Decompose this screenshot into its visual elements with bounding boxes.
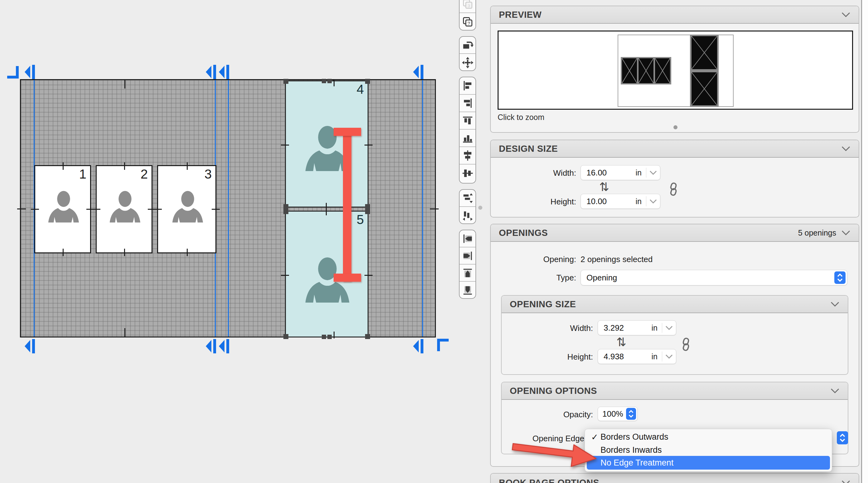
opening-selection-value: 2 openings selected: [581, 255, 653, 264]
opacity-value[interactable]: 100%: [598, 409, 626, 419]
width-value[interactable]: 3.292: [598, 323, 652, 333]
guide-marker[interactable]: [412, 339, 425, 353]
selection-handle[interactable]: [322, 79, 326, 83]
design-width-field[interactable]: 16.00 in: [581, 165, 660, 180]
opening-1[interactable]: 1: [34, 165, 91, 253]
align-center-horizontal-icon: [462, 150, 473, 161]
unit-dropdown-button[interactable]: [662, 326, 676, 330]
openings-header[interactable]: OPENINGS 5 openings: [491, 224, 859, 242]
align-left-button[interactable]: [460, 77, 475, 95]
move-to-top-edge-button[interactable]: [460, 264, 475, 282]
selection-handle[interactable]: [328, 335, 332, 339]
book-page-options-header[interactable]: BOOK PAGE OPTIONS: [491, 474, 859, 483]
move-button[interactable]: [460, 54, 475, 71]
guide-marker[interactable]: [412, 65, 425, 79]
opening-width-field[interactable]: 3.292 in: [598, 320, 676, 335]
selection-handle[interactable]: [283, 334, 288, 339]
selection-handle[interactable]: [283, 204, 288, 209]
annotation-arrow: [507, 438, 604, 473]
select-stepper-icon[interactable]: [834, 271, 845, 284]
selection-handle[interactable]: [322, 335, 326, 339]
chevron-down-icon[interactable]: [830, 301, 840, 307]
distribute-vertical-button[interactable]: [460, 190, 475, 207]
unit-dropdown-button[interactable]: [646, 199, 660, 203]
toolbar-group-transform: [459, 36, 476, 71]
type-select[interactable]: Opening: [581, 270, 847, 285]
unit-dropdown-button[interactable]: [662, 354, 676, 359]
link-dimensions-icon[interactable]: [680, 337, 691, 352]
chevron-down-icon[interactable]: [841, 146, 850, 152]
swap-dimensions-button[interactable]: ⇅: [599, 180, 609, 194]
design-canvas[interactable]: 1 2 3 4: [20, 79, 436, 337]
menu-item-borders-outwards[interactable]: Borders Outwards: [600, 432, 669, 442]
preview-frame[interactable]: [498, 31, 853, 110]
selection-handle[interactable]: [328, 79, 332, 83]
design-height-field[interactable]: 10.00 in: [581, 194, 660, 209]
selection-handle[interactable]: [365, 334, 370, 339]
duplicate-unknown-page-button[interactable]: ?: [460, 13, 475, 31]
click-to-zoom-hint[interactable]: Click to zoom: [498, 113, 545, 122]
selection-handle[interactable]: [365, 79, 370, 84]
guide-marker[interactable]: [218, 65, 231, 79]
rotate-button[interactable]: [460, 37, 475, 54]
distribute-horizontal-icon: [462, 210, 473, 221]
selection-handle[interactable]: [365, 204, 370, 209]
opening-2[interactable]: 2: [96, 165, 152, 253]
selection-handle[interactable]: [283, 79, 288, 84]
width-label: Width:: [515, 323, 593, 333]
width-value[interactable]: 16.00: [581, 168, 636, 178]
guide-marker[interactable]: [218, 339, 231, 353]
move-to-right-edge-button[interactable]: [460, 248, 475, 264]
opening-options-header[interactable]: OPENING OPTIONS: [502, 382, 848, 400]
scroll-strip[interactable]: [861, 0, 868, 483]
guide-marker[interactable]: [24, 65, 36, 79]
menu-item-no-edge-treatment[interactable]: No Edge Treatment: [587, 456, 830, 470]
measurement-bar-cap-top: [334, 128, 361, 136]
menu-item-borders-inwards[interactable]: Borders Inwards: [600, 445, 662, 455]
duplicate-to-pages-button[interactable]: 3: [460, 0, 475, 13]
opening-edge-select-stepper[interactable]: [837, 431, 848, 444]
guide-line[interactable]: [228, 80, 229, 336]
unit-label: in: [636, 197, 646, 206]
section-title: DESIGN SIZE: [499, 143, 558, 154]
move-to-left-edge-button[interactable]: [460, 230, 475, 248]
link-dimensions-icon[interactable]: [668, 182, 679, 196]
selection-handle[interactable]: [365, 209, 370, 214]
distribute-horizontal-button[interactable]: [460, 207, 475, 224]
center-tick: [124, 162, 125, 170]
align-bottom-button[interactable]: [460, 130, 475, 147]
unit-dropdown-button[interactable]: [646, 170, 660, 175]
align-bottom-icon: [462, 132, 473, 143]
move-to-bottom-edge-button[interactable]: [460, 282, 475, 299]
swap-dimensions-button[interactable]: ⇅: [616, 335, 626, 349]
guide-line[interactable]: [422, 80, 423, 336]
opening-size-header[interactable]: OPENING SIZE: [502, 296, 848, 313]
guide-marker[interactable]: [205, 65, 218, 79]
selection-handle[interactable]: [283, 209, 288, 214]
opening-3[interactable]: 3: [157, 165, 216, 253]
guide-marker[interactable]: [205, 339, 218, 353]
align-center-horizontal-button[interactable]: [460, 147, 475, 164]
page-indicator-dot[interactable]: [674, 125, 678, 129]
chevron-down-icon[interactable]: [841, 230, 850, 235]
align-top-button[interactable]: [460, 112, 475, 130]
height-value[interactable]: 4.938: [598, 352, 652, 361]
chevron-down-icon[interactable]: [841, 12, 850, 18]
chevron-down-icon[interactable]: [841, 480, 850, 483]
stepper-icon[interactable]: [626, 408, 636, 420]
align-center-vertical-button[interactable]: [460, 164, 475, 182]
align-right-button[interactable]: [460, 95, 475, 112]
center-tick: [124, 249, 125, 256]
opacity-field[interactable]: 100%: [598, 407, 638, 421]
chevron-down-icon[interactable]: [830, 388, 840, 393]
duplicate-question-icon: ?: [462, 16, 473, 27]
section-title: OPENINGS: [499, 228, 548, 238]
guide-marker[interactable]: [24, 339, 36, 353]
preview-header[interactable]: PREVIEW: [491, 6, 859, 24]
opening-4-selected[interactable]: 4: [285, 80, 369, 207]
opening-height-field[interactable]: 4.938 in: [598, 349, 676, 364]
height-value[interactable]: 10.00: [581, 197, 636, 206]
align-left-icon: [462, 80, 473, 91]
move-to-left-edge-icon: [462, 233, 473, 244]
design-size-header[interactable]: DESIGN SIZE: [491, 140, 859, 158]
